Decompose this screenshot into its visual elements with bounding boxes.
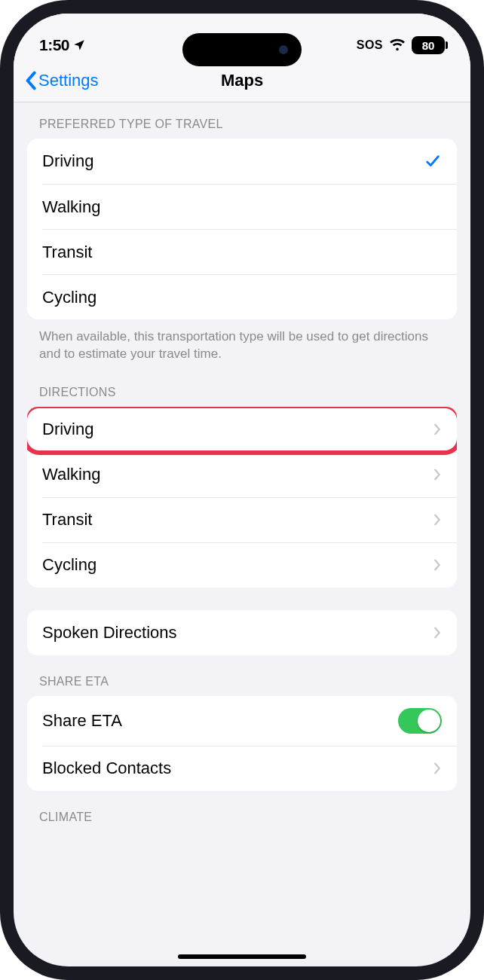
- blocked-contacts-label: Blocked Contacts: [42, 759, 171, 778]
- chevron-right-icon: [433, 513, 442, 527]
- spoken-directions[interactable]: Spoken Directions: [27, 610, 457, 655]
- travel-option-label: Driving: [42, 151, 93, 171]
- section-header-directions: Directions: [14, 366, 470, 407]
- chevron-left-icon: [24, 71, 37, 90]
- section-header-travel: Preferred Type of Travel: [14, 102, 470, 139]
- directions-item-label: Driving: [42, 420, 93, 439]
- page-title: Maps: [221, 71, 263, 90]
- chevron-right-icon: [433, 626, 442, 640]
- chevron-right-icon: [433, 468, 442, 481]
- travel-option-label: Transit: [42, 243, 92, 262]
- travel-type-group: Driving Walking Transit Cycling: [27, 139, 457, 319]
- share-eta-toggle-row: Share ETA: [27, 696, 457, 746]
- location-icon: [72, 38, 86, 52]
- back-button[interactable]: Settings: [24, 71, 99, 90]
- back-label: Settings: [38, 71, 99, 90]
- directions-item-label: Walking: [42, 465, 100, 484]
- section-footer-travel: When available, this transportation type…: [14, 319, 470, 366]
- travel-option-transit[interactable]: Transit: [42, 229, 457, 274]
- section-header-share-eta: Share ETA: [14, 655, 470, 696]
- travel-option-label: Walking: [42, 197, 100, 217]
- directions-item-label: Cycling: [42, 555, 96, 575]
- travel-option-driving[interactable]: Driving: [27, 139, 457, 184]
- chevron-right-icon: [433, 762, 442, 775]
- status-time: 1:50: [39, 36, 69, 54]
- directions-walking[interactable]: Walking: [42, 452, 457, 497]
- travel-option-cycling[interactable]: Cycling: [42, 274, 457, 319]
- spoken-directions-group: Spoken Directions: [27, 610, 457, 655]
- spoken-directions-label: Spoken Directions: [42, 623, 177, 643]
- battery-indicator: 80: [412, 36, 445, 54]
- travel-option-label: Cycling: [42, 288, 96, 307]
- blocked-contacts[interactable]: Blocked Contacts: [42, 746, 457, 791]
- directions-cycling[interactable]: Cycling: [42, 542, 457, 588]
- dynamic-island: [182, 33, 302, 66]
- directions-transit[interactable]: Transit: [42, 497, 457, 542]
- share-eta-group: Share ETA Blocked Contacts: [27, 696, 457, 791]
- section-header-climate: Climate: [14, 791, 470, 832]
- checkmark-icon: [424, 153, 442, 169]
- directions-driving[interactable]: Driving: [27, 407, 457, 452]
- chevron-right-icon: [433, 558, 442, 572]
- directions-group: Driving Walking Transit: [27, 407, 457, 588]
- share-eta-switch[interactable]: [398, 708, 442, 734]
- wifi-icon: [389, 38, 406, 52]
- status-sos: SOS: [357, 38, 383, 52]
- chevron-right-icon: [433, 423, 442, 436]
- share-eta-label: Share ETA: [42, 711, 122, 731]
- directions-item-label: Transit: [42, 510, 92, 530]
- travel-option-walking[interactable]: Walking: [42, 184, 457, 229]
- home-indicator[interactable]: [178, 954, 306, 959]
